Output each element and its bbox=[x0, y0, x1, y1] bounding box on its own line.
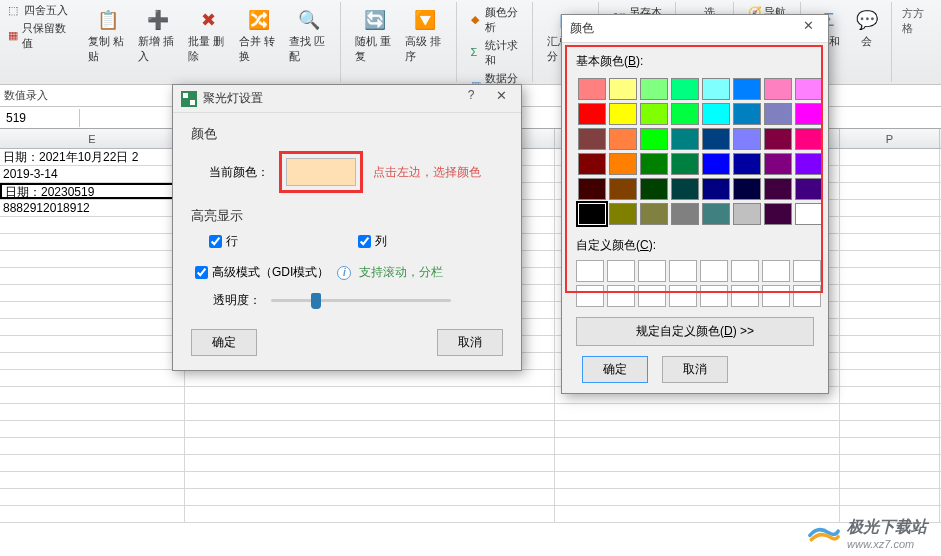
cell[interactable] bbox=[0, 285, 185, 301]
opacity-slider[interactable] bbox=[271, 291, 451, 309]
color-swatch[interactable] bbox=[671, 153, 699, 175]
row[interactable] bbox=[0, 506, 941, 523]
cell[interactable] bbox=[555, 438, 840, 454]
cell[interactable] bbox=[555, 455, 840, 471]
cell[interactable] bbox=[0, 455, 185, 471]
color-swatch[interactable] bbox=[578, 103, 606, 125]
cell[interactable] bbox=[555, 404, 840, 420]
color-swatch[interactable] bbox=[609, 178, 637, 200]
color-swatch[interactable] bbox=[795, 153, 823, 175]
spotlight-title-bar[interactable]: 聚光灯设置 ? ✕ bbox=[173, 85, 521, 113]
color-swatch[interactable] bbox=[795, 128, 823, 150]
cell[interactable] bbox=[0, 489, 185, 505]
color-swatch[interactable] bbox=[795, 203, 823, 225]
color-swatch[interactable] bbox=[702, 178, 730, 200]
color-swatch[interactable] bbox=[578, 153, 606, 175]
custom-color-slot[interactable] bbox=[731, 285, 759, 307]
cell[interactable]: 2019-3-14 bbox=[0, 166, 185, 182]
chk-col[interactable]: 列 bbox=[358, 233, 387, 250]
cell[interactable]: 8882912018912 bbox=[0, 200, 185, 216]
cell[interactable] bbox=[0, 421, 185, 437]
color-swatch[interactable] bbox=[640, 153, 668, 175]
define-custom-color-button[interactable]: 规定自定义颜色(D) >> bbox=[576, 317, 814, 346]
color-swatch[interactable] bbox=[578, 203, 606, 225]
cell[interactable] bbox=[840, 319, 940, 335]
custom-color-slot[interactable] bbox=[638, 285, 666, 307]
cell[interactable] bbox=[840, 149, 940, 165]
row[interactable] bbox=[0, 438, 941, 455]
cell[interactable] bbox=[840, 489, 940, 505]
rb-stats-sum[interactable]: Σ统计求和 bbox=[467, 37, 527, 69]
cell[interactable] bbox=[840, 370, 940, 386]
cell[interactable] bbox=[0, 387, 185, 403]
color-swatch[interactable] bbox=[578, 78, 606, 100]
cell[interactable] bbox=[840, 353, 940, 369]
rb-merge[interactable]: 🔀合并 转换 bbox=[235, 4, 283, 66]
color-swatch[interactable] bbox=[702, 103, 730, 125]
row[interactable] bbox=[0, 421, 941, 438]
color-swatch[interactable] bbox=[640, 128, 668, 150]
cell[interactable] bbox=[840, 234, 940, 250]
custom-color-slot[interactable] bbox=[669, 285, 697, 307]
color-swatch[interactable] bbox=[764, 128, 792, 150]
custom-color-slot[interactable] bbox=[762, 285, 790, 307]
color-swatch[interactable] bbox=[764, 178, 792, 200]
col-header-P[interactable]: P bbox=[840, 129, 940, 148]
color-swatch[interactable] bbox=[671, 128, 699, 150]
custom-color-slot[interactable] bbox=[607, 285, 635, 307]
color-swatch[interactable] bbox=[733, 203, 761, 225]
rb-random[interactable]: 🔄随机 重复 bbox=[351, 4, 399, 66]
custom-color-slot[interactable] bbox=[700, 260, 728, 282]
color-swatch[interactable] bbox=[764, 153, 792, 175]
custom-color-slot[interactable] bbox=[638, 260, 666, 282]
cell[interactable] bbox=[185, 472, 555, 488]
color-swatch[interactable] bbox=[795, 178, 823, 200]
color-picker-title-bar[interactable]: 颜色 ✕ bbox=[562, 15, 828, 43]
cell[interactable] bbox=[840, 302, 940, 318]
color-ok-button[interactable]: 确定 bbox=[582, 356, 648, 383]
spotlight-cancel-button[interactable]: 取消 bbox=[437, 329, 503, 356]
color-swatch[interactable] bbox=[671, 178, 699, 200]
rb-sort[interactable]: 🔽高级 排序 bbox=[401, 4, 449, 66]
color-swatch[interactable] bbox=[609, 153, 637, 175]
cell[interactable] bbox=[840, 336, 940, 352]
info-icon[interactable]: i bbox=[337, 266, 351, 280]
color-swatch[interactable] bbox=[795, 78, 823, 100]
cell[interactable] bbox=[555, 489, 840, 505]
rb-copy-paste[interactable]: 📋复制 粘贴 bbox=[84, 4, 132, 66]
color-swatch[interactable] bbox=[733, 103, 761, 125]
cell[interactable] bbox=[185, 489, 555, 505]
color-swatch[interactable] bbox=[733, 78, 761, 100]
cell[interactable] bbox=[840, 285, 940, 301]
color-swatch[interactable] bbox=[702, 78, 730, 100]
cell[interactable] bbox=[185, 438, 555, 454]
row[interactable] bbox=[0, 472, 941, 489]
ribbon-opt-round[interactable]: ⬚四舍五入 bbox=[4, 2, 74, 19]
current-color-swatch[interactable] bbox=[286, 158, 356, 186]
color-swatch[interactable] bbox=[671, 103, 699, 125]
cell[interactable] bbox=[0, 217, 185, 233]
row[interactable] bbox=[0, 489, 941, 506]
color-swatch[interactable] bbox=[733, 128, 761, 150]
cell[interactable] bbox=[0, 506, 185, 522]
cell[interactable] bbox=[840, 268, 940, 284]
spotlight-ok-button[interactable]: 确定 bbox=[191, 329, 257, 356]
cell[interactable] bbox=[185, 370, 555, 386]
color-swatch[interactable] bbox=[578, 178, 606, 200]
custom-color-slot[interactable] bbox=[731, 260, 759, 282]
custom-color-slot[interactable] bbox=[793, 260, 821, 282]
cell[interactable] bbox=[555, 506, 840, 522]
color-swatch[interactable] bbox=[640, 203, 668, 225]
color-swatch[interactable] bbox=[733, 178, 761, 200]
row[interactable] bbox=[0, 455, 941, 472]
color-swatch[interactable] bbox=[640, 178, 668, 200]
custom-color-slot[interactable] bbox=[793, 285, 821, 307]
color-swatch[interactable] bbox=[609, 103, 637, 125]
cell[interactable] bbox=[840, 166, 940, 182]
color-swatch[interactable] bbox=[702, 153, 730, 175]
rb-data-analyze[interactable]: ▥数据分析 bbox=[467, 70, 527, 85]
color-cancel-button[interactable]: 取消 bbox=[662, 356, 728, 383]
cell[interactable] bbox=[840, 183, 940, 199]
cell[interactable] bbox=[0, 251, 185, 267]
color-swatch[interactable] bbox=[702, 128, 730, 150]
